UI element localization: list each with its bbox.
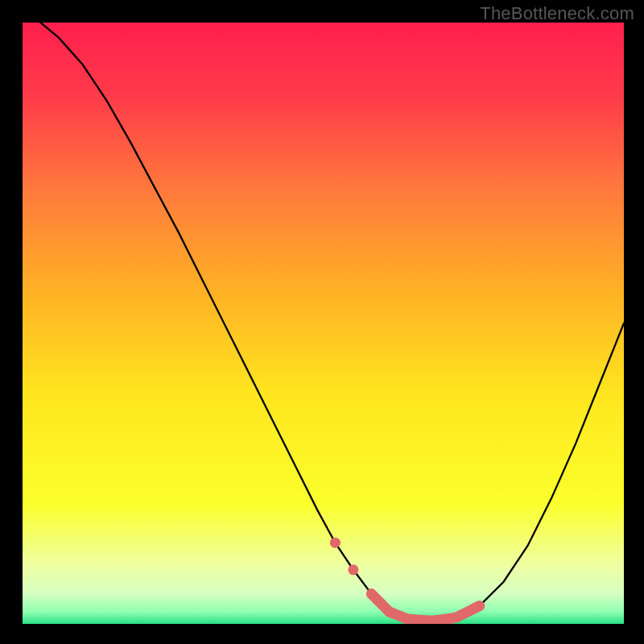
chart-plot-area bbox=[23, 23, 624, 624]
watermark-text: TheBottleneck.com bbox=[480, 3, 634, 24]
sweet-spot-highlight bbox=[23, 23, 624, 624]
svg-point-2 bbox=[348, 564, 358, 575]
svg-point-1 bbox=[330, 538, 341, 548]
